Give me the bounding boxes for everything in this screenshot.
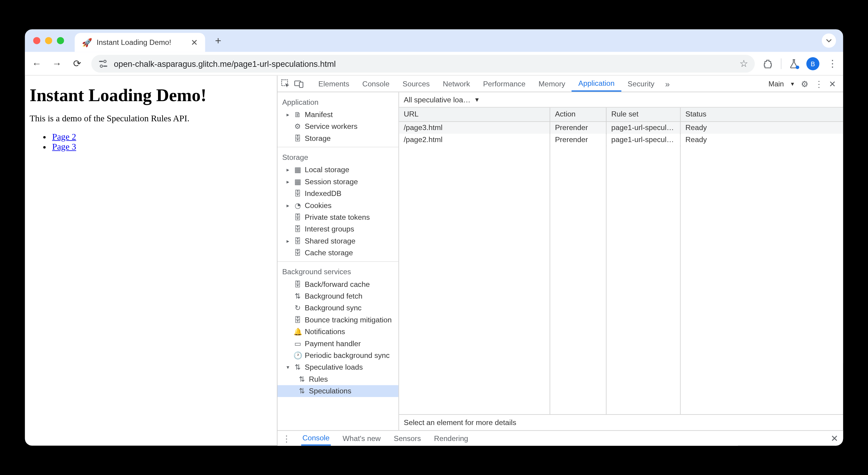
forward-button[interactable]: → [51,58,63,69]
labs-icon[interactable] [790,59,798,68]
site-settings-icon[interactable] [98,59,108,68]
drawer-tab-rendering[interactable]: Rendering [433,431,469,445]
extensions-icon[interactable] [763,59,773,68]
toolbar-divider [781,58,781,69]
sidebar-item-bf-cache[interactable]: ▸🗄Back/forward cache [278,278,399,290]
tab-network[interactable]: Network [436,76,477,91]
devtools-drawer: ⋮ Console What's new Sensors Rendering ✕ [278,430,843,445]
profile-avatar[interactable]: B [806,57,819,70]
drawer-tab-whatsnew[interactable]: What's new [341,431,382,445]
back-button[interactable]: ← [31,58,42,69]
tab-sources[interactable]: Sources [396,76,436,91]
svg-point-1 [104,60,106,62]
devtools-menu-icon[interactable]: ⋮ [815,79,823,89]
close-devtools-icon[interactable]: ✕ [829,79,836,89]
tab-console[interactable]: Console [356,76,396,91]
arrows-icon: ⇅ [293,363,302,372]
db-icon: 🗄 [293,316,302,324]
settings-gear-icon[interactable]: ⚙ [801,79,809,89]
svg-rect-0 [99,60,103,62]
tab-overflow-button[interactable] [822,33,836,48]
tab-elements[interactable]: Elements [312,76,356,91]
column-header-url[interactable]: URL [399,108,550,121]
svg-point-3 [100,65,103,67]
sidebar-item-bounce-tracking[interactable]: ▸🗄Bounce tracking mitigation [278,314,399,326]
grid-icon: ▦ [293,166,302,174]
db-icon: 🗄 [293,213,302,221]
page-link[interactable]: Page 3 [52,142,76,152]
column-header-status[interactable]: Status [681,108,843,121]
device-toolbar-icon[interactable] [294,80,307,88]
reload-button[interactable]: ⟳ [71,58,83,69]
sidebar-item-local-storage[interactable]: ▸▦Local storage [278,164,399,176]
sidebar-item-indexeddb[interactable]: ▸🗄IndexedDB [278,188,399,200]
target-dropdown-icon[interactable]: ▼ [790,81,795,87]
table-row[interactable]: /page3.html Prerender page1-url-specul… … [399,122,843,133]
sidebar-item-rules[interactable]: ⇅Rules [278,373,399,385]
sidebar-item-speculative-loads[interactable]: ▾⇅Speculative loads [278,361,399,373]
drawer-tab-console[interactable]: Console [301,431,331,445]
filter-label: All speculative loa… [404,95,471,104]
sidebar-item-cookies[interactable]: ▸◔Cookies [278,200,399,211]
detail-placeholder: Select an element for more details [399,415,843,430]
devtools-tab-bar: Elements Console Sources Network Perform… [278,76,843,92]
table-empty-area [399,146,843,415]
sidebar-item-cache-storage[interactable]: ▸🗄Cache storage [278,247,399,259]
window-controls [33,37,64,44]
column-header-ruleset[interactable]: Rule set [607,108,681,121]
grid-icon: ▦ [293,178,302,186]
sidebar-item-bg-sync[interactable]: ▸↻Background sync [278,302,399,314]
sidebar-item-service-workers[interactable]: ▸⚙Service workers [278,121,399,132]
tab-performance[interactable]: Performance [476,76,532,91]
table-row[interactable]: /page2.html Prerender page1-url-specul… … [399,133,843,145]
sidebar-item-private-state-tokens[interactable]: ▸🗄Private state tokens [278,211,399,223]
table-header-row: URL Action Rule set Status [399,108,843,122]
maximize-window-button[interactable] [57,37,64,44]
bookmark-star-icon[interactable]: ☆ [740,58,748,69]
sync-icon: ↻ [293,304,302,313]
sidebar-item-storage[interactable]: ▸🗄Storage [278,132,399,144]
column-header-action[interactable]: Action [550,108,607,121]
speculations-table: URL Action Rule set Status /page3.html P… [399,108,843,146]
drawer-tab-sensors[interactable]: Sensors [393,431,422,445]
filter-bar[interactable]: All speculative loa… ▼ [399,92,843,108]
sidebar-item-interest-groups[interactable]: ▸🗄Interest groups [278,224,399,235]
close-drawer-icon[interactable]: ✕ [831,433,838,443]
tab-security[interactable]: Security [621,76,661,91]
close-tab-icon[interactable]: ✕ [191,38,198,47]
target-label[interactable]: Main [768,80,784,88]
minimize-window-button[interactable] [45,37,52,44]
page-link[interactable]: Page 2 [52,132,76,142]
sidebar-item-manifest[interactable]: ▸🗎Manifest [278,109,399,121]
sidebar-item-shared-storage[interactable]: ▸🗄Shared storage [278,235,399,247]
file-icon: 🗎 [293,111,302,119]
sidebar-section-header: Background services [278,264,399,278]
clock-icon: 🕐 [293,351,302,360]
more-tabs-icon[interactable]: » [661,79,674,89]
sidebar-item-speculations[interactable]: ⇅Speculations [278,385,399,397]
rendered-page: Instant Loading Demo! This is a demo of … [25,76,277,445]
browser-tab[interactable]: 🚀 Instant Loading Demo! ✕ [75,33,205,52]
new-tab-button[interactable]: + [211,34,225,47]
sidebar-item-notifications[interactable]: ▸🔔Notifications [278,326,399,338]
inspect-element-icon[interactable] [281,79,294,89]
arrows-icon: ⇅ [298,375,306,384]
chrome-menu-icon[interactable]: ⋮ [828,58,837,69]
bell-icon: 🔔 [293,327,302,336]
drawer-menu-icon[interactable]: ⋮ [282,434,291,443]
browser-toolbar: ← → ⟳ open-chalk-asparagus.glitch.me/pag… [25,52,843,76]
filter-dropdown-icon[interactable]: ▼ [474,96,480,103]
sidebar-section-header: Application [278,94,399,109]
arrows-icon: ⇅ [293,292,302,300]
db-icon: 🗄 [293,189,302,198]
tab-application[interactable]: Application [572,76,621,91]
sidebar-item-bg-fetch[interactable]: ▸⇅Background fetch [278,290,399,302]
sidebar-item-periodic-sync[interactable]: ▸🕐Periodic background sync [278,350,399,361]
tab-memory[interactable]: Memory [532,76,572,91]
address-bar[interactable]: open-chalk-asparagus.glitch.me/page1-url… [91,55,754,72]
card-icon: ▭ [293,339,302,348]
sidebar-item-session-storage[interactable]: ▸▦Session storage [278,176,399,187]
sidebar-item-payment-handler[interactable]: ▸▭Payment handler [278,338,399,350]
browser-window: 🚀 Instant Loading Demo! ✕ + ← → ⟳ open-c… [25,30,843,446]
close-window-button[interactable] [33,37,40,44]
